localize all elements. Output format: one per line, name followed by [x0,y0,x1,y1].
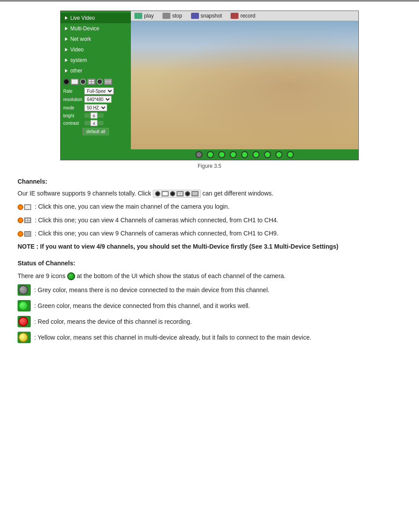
svg-rect-18 [131,127,358,149]
sidebar-label-system: system [70,57,87,63]
bright-decrease[interactable] [84,113,90,118]
main-content: Live Video Multi-Device Net work Video s… [0,2,419,369]
resolution-select[interactable]: 640*480 [84,96,112,103]
stop-button[interactable]: stop [163,13,182,19]
figure-caption: Figure 3.5 [198,163,221,169]
arrow-icon [65,58,68,62]
red-icon-box [18,316,31,327]
sidebar-panel: Live Video Multi-Device Net work Video s… [61,11,131,160]
channels-section: Channels: Our IE software supports 9 cha… [18,178,401,252]
svg-rect-0 [131,21,358,149]
svg-point-15 [207,94,229,101]
ch-quad-icon[interactable] [87,79,95,85]
channel-line-1: : Click this one, you can view the main … [18,202,401,211]
video-panel: play stop snapshot record [131,11,358,160]
svg-point-12 [238,61,252,77]
svg-rect-8 [311,87,324,114]
status-dot-2 [207,151,214,158]
figure-container: Live Video Multi-Device Net work Video s… [18,11,401,169]
stop-label: stop [172,13,182,19]
contrast-increase[interactable] [98,121,104,125]
yellow-icon-box [18,332,31,343]
svg-rect-2 [131,21,358,57]
snapshot-button[interactable]: snapshot [191,13,222,19]
svg-rect-7 [165,87,178,114]
small-channel-icon [67,272,75,280]
resolution-label: resolution [63,97,84,102]
yellow-status-icon [18,333,28,342]
status-intro: There are 9 icons at the bottom of the U… [18,271,401,281]
mode-select[interactable]: 50 HZ [84,104,107,111]
rate-select[interactable]: Full-Spee [84,87,114,94]
mode-label: mode [63,105,84,110]
sidebar-item-livevideo[interactable]: Live Video [61,13,131,23]
inline-channel-icons [153,190,201,198]
status-dot-4 [230,151,237,158]
vi-dot-2 [18,217,23,223]
ch-dot-active[interactable] [63,79,69,85]
ch-single-icon[interactable] [71,79,79,85]
vi-dot [18,204,23,210]
i-dot-3 [185,191,190,196]
sidebar-label-livevideo: Live Video [70,15,95,21]
play-label: play [144,13,154,19]
ch-dot-3[interactable] [97,79,103,85]
record-button[interactable]: record [231,13,255,19]
svg-point-11 [235,73,254,98]
vi-single [24,204,31,210]
sidebar-item-multidevice[interactable]: Multi-Device [61,23,131,34]
yellow-status-text: : Yellow color, means set this channel i… [34,333,311,342]
contrast-label: contrast [63,121,84,126]
grey-icon-box [18,284,31,296]
sidebar-item-system[interactable]: system [61,55,131,65]
ch-nine-icon[interactable] [104,79,112,85]
status-heading: Status of Channels: [18,260,401,267]
stop-icon [163,13,170,19]
bright-label: bright [63,113,84,118]
arrow-icon [65,16,68,20]
status-line-yellow: : Yellow color, means set this channel i… [18,332,401,343]
arrow-icon [65,69,68,72]
control-resolution-row: resolution 640*480 [63,96,128,103]
view-icon-single [18,204,31,210]
green-icon-box [18,300,31,311]
i-nine [191,191,199,196]
vi-dot-3 [18,231,23,237]
status-line-red: : Red color, means the device of this ch… [18,316,401,327]
i-single [162,191,169,196]
play-button[interactable]: play [134,13,154,19]
svg-point-14 [288,72,299,83]
channels-intro: Our IE software supports 9 channels tota… [18,188,401,198]
grey-status-icon [18,285,28,295]
channels-heading: Channels: [18,178,401,185]
svg-rect-16 [236,93,238,101]
svg-point-17 [253,94,271,99]
svg-rect-3 [218,25,271,56]
sidebar-item-video[interactable]: Video [61,44,131,55]
status-line-green: : Green color, means the device connecte… [18,300,401,311]
sidebar-item-other[interactable]: other [61,65,131,76]
toolbar-row: play stop snapshot record [131,11,358,21]
default-all-button[interactable]: default all [83,128,109,135]
channel-line-3: : Click this one; you can view 9 Channel… [18,228,401,238]
ch-dot-2[interactable] [80,79,86,85]
status-line-grey: : Grey color, means there is no device c… [18,284,401,296]
sidebar-controls: Rate Full-Spee resolution 640*480 [61,76,131,137]
status-dot-9 [287,151,294,158]
bright-increase[interactable] [98,113,104,118]
svg-point-9 [178,72,196,94]
channel-line-2: : Click this one; you can view 4 Channel… [18,215,401,225]
rate-label: Rate [63,89,84,94]
sidebar-label-video: Video [70,47,83,53]
sidebar-item-network[interactable]: Net work [61,34,131,44]
arrow-icon [65,37,68,41]
contrast-value: 4 [90,120,98,126]
grey-status-text: : Grey color, means there is no device c… [34,286,269,295]
control-mode-row: mode 50 HZ [63,104,128,111]
contrast-decrease[interactable] [84,121,90,125]
i-dot-1 [155,191,160,196]
svg-rect-1 [131,21,358,101]
arrow-icon [65,27,68,30]
status-dot-8 [275,151,282,158]
status-dot-7 [264,151,271,158]
